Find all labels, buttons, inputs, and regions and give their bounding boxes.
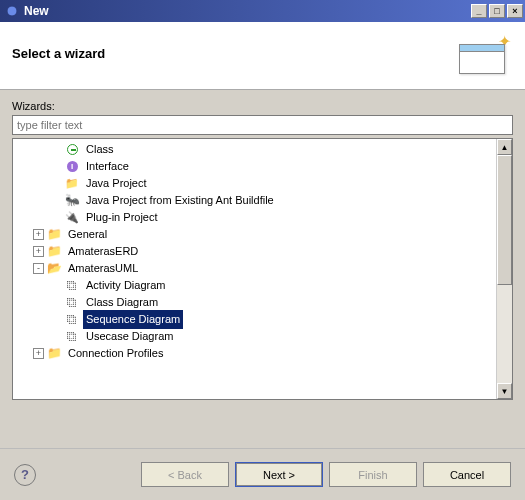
title-bar: New _ □ × xyxy=(0,0,525,22)
close-button[interactable]: × xyxy=(507,4,523,18)
class-icon xyxy=(64,142,80,158)
java-project-icon: 📁 xyxy=(64,176,80,192)
tree-item[interactable]: +Connection Profiles xyxy=(15,345,496,362)
window-title: New xyxy=(24,4,471,18)
tree-item[interactable]: ⿻Sequence Diagram xyxy=(15,311,496,328)
expander-icon[interactable]: + xyxy=(33,348,44,359)
wizard-header: Select a wizard ✦ xyxy=(0,22,525,90)
tree-item-label: Connection Profiles xyxy=(65,344,166,363)
svg-point-0 xyxy=(7,6,17,16)
help-button[interactable]: ? xyxy=(14,464,36,486)
expander-icon[interactable]: + xyxy=(33,246,44,257)
tree-item[interactable]: 📁Java Project xyxy=(15,175,496,192)
filter-input[interactable] xyxy=(12,115,513,135)
tree-item[interactable]: ⿻Class Diagram xyxy=(15,294,496,311)
vertical-scrollbar[interactable]: ▲ ▼ xyxy=(496,139,512,399)
finish-button[interactable]: Finish xyxy=(329,462,417,487)
tree-item[interactable]: +General xyxy=(15,226,496,243)
diagram-icon: ⿻ xyxy=(64,329,80,345)
cancel-button[interactable]: Cancel xyxy=(423,462,511,487)
interface-icon: I xyxy=(64,159,80,175)
maximize-button[interactable]: □ xyxy=(489,4,505,18)
tree-item[interactable]: 🔌Plug-in Project xyxy=(15,209,496,226)
diagram-icon: ⿻ xyxy=(64,312,80,328)
tree-item[interactable]: ⿻Activity Diagram xyxy=(15,277,496,294)
scroll-down-button[interactable]: ▼ xyxy=(497,383,512,399)
folder-icon xyxy=(46,244,62,260)
expander-icon[interactable]: + xyxy=(33,229,44,240)
button-bar: ? < Back Next > Finish Cancel xyxy=(0,448,525,500)
back-button[interactable]: < Back xyxy=(141,462,229,487)
wizard-tree: ClassIInterface📁Java Project🐜Java Projec… xyxy=(12,138,513,400)
tree-item[interactable]: Class xyxy=(15,141,496,158)
minimize-button[interactable]: _ xyxy=(471,4,487,18)
tree-item[interactable]: IInterface xyxy=(15,158,496,175)
tree-item[interactable]: +AmaterasERD xyxy=(15,243,496,260)
folder-icon xyxy=(46,227,62,243)
diagram-icon: ⿻ xyxy=(64,278,80,294)
tree-viewport[interactable]: ClassIInterface📁Java Project🐜Java Projec… xyxy=(13,139,496,399)
window-icon xyxy=(4,3,20,19)
next-button[interactable]: Next > xyxy=(235,462,323,487)
tree-item[interactable]: 🐜Java Project from Existing Ant Buildfil… xyxy=(15,192,496,209)
plugin-icon: 🔌 xyxy=(64,210,80,226)
scroll-up-button[interactable]: ▲ xyxy=(497,139,512,155)
tree-item[interactable]: -AmaterasUML xyxy=(15,260,496,277)
diagram-icon: ⿻ xyxy=(64,295,80,311)
wizard-banner-icon: ✦ xyxy=(453,30,513,78)
ant-project-icon: 🐜 xyxy=(64,193,80,209)
tree-item[interactable]: ⿻Usecase Diagram xyxy=(15,328,496,345)
wizard-title: Select a wizard xyxy=(12,46,453,61)
folder-icon xyxy=(46,346,62,362)
scroll-track[interactable] xyxy=(497,155,512,383)
wizards-label: Wizards: xyxy=(12,100,513,112)
scroll-thumb[interactable] xyxy=(497,155,512,285)
folder-open-icon xyxy=(46,261,62,277)
expander-icon[interactable]: - xyxy=(33,263,44,274)
